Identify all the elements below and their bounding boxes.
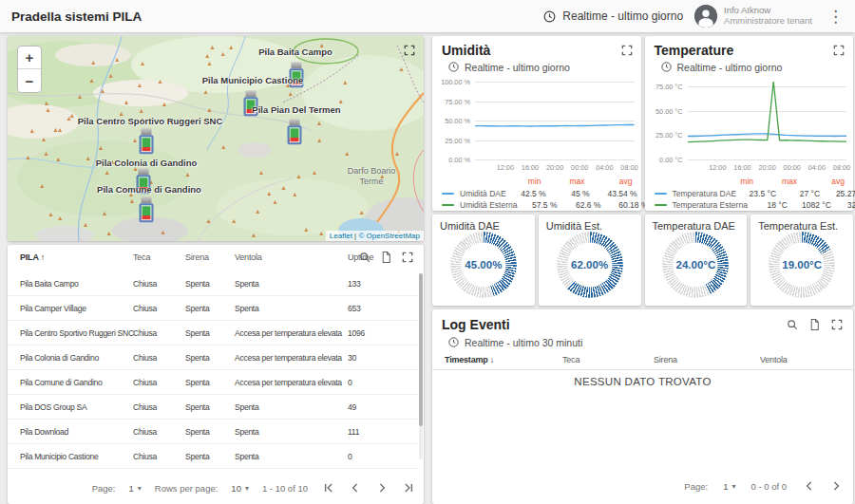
gauge-card: Umidità Est.62.00% <box>539 215 641 306</box>
gauge-value: 45.00% <box>465 259 502 271</box>
page-select[interactable]: 1▾ <box>723 481 735 492</box>
table-scrollbar[interactable] <box>419 273 423 459</box>
legend-series-row[interactable]: Umidità DAE42.5 %45 %43.54 % <box>442 188 633 200</box>
table-row[interactable]: Pila DOS Group SAChiusaSpentaSpenta49 <box>8 395 418 420</box>
legend-stat-header: max <box>753 177 797 186</box>
table-row[interactable]: Pila Colonia di GandinoChiusaSpentaAcces… <box>8 345 418 370</box>
column-header-ventola[interactable]: Ventola <box>760 355 788 364</box>
map-marker-label: Pila Baita Campo <box>258 47 332 57</box>
cell-ventola: Spenta <box>235 279 258 289</box>
rows-per-page-select[interactable]: 10▾ <box>231 483 249 494</box>
last-page-button[interactable] <box>401 480 416 495</box>
column-header-timestamp[interactable]: Timestamp ↓ <box>445 355 494 364</box>
map-marker-battery-icon[interactable] <box>140 128 154 154</box>
timewindow-button[interactable]: Realtime - ultimo giorno <box>447 61 570 73</box>
cell-sirena: Spenta <box>185 304 209 313</box>
osm-link[interactable]: © OpenStreetMap <box>358 232 420 240</box>
search-button[interactable] <box>786 318 799 331</box>
zoom-out-button[interactable]: − <box>18 69 41 92</box>
mountain-peak-icon: ▲ <box>287 90 294 97</box>
fullscreen-button[interactable] <box>830 318 844 331</box>
timewindow-button[interactable]: Realtime - ultimo giorno <box>542 9 683 24</box>
zoom-in-button[interactable]: + <box>18 47 41 69</box>
search-button[interactable] <box>358 251 371 264</box>
legend-series-row[interactable]: Temperatura DAE23.5 °C27 °C25.27 °C <box>655 188 846 200</box>
mountain-peak-icon: ▲ <box>231 217 238 224</box>
cell-teca: Chiusa <box>133 452 157 461</box>
column-header-teca[interactable]: Teca <box>562 355 580 364</box>
fullscreen-button[interactable] <box>401 251 414 264</box>
prev-page-button[interactable] <box>802 478 817 494</box>
table-row[interactable]: Pila DownloadChiusaSpentaSpenta111 <box>8 420 418 444</box>
cell-teca: Chiusa <box>133 402 157 412</box>
mountain-peak-icon: ▲ <box>105 230 112 236</box>
legend-stat-value: 23.5 °C <box>736 189 776 198</box>
cell-sirena: Spenta <box>185 427 209 437</box>
map-marker-battery-icon[interactable] <box>288 119 302 144</box>
table-row[interactable]: Pila Camper VillageChiusaSpentaSpenta653 <box>8 296 418 321</box>
series-line <box>688 82 847 142</box>
fullscreen-button[interactable] <box>403 44 416 57</box>
mountain-peak-icon: ▲ <box>140 60 146 66</box>
series-line <box>475 125 635 126</box>
top-bar: Pradella sistemi PILA Realtime - ultimo … <box>0 0 855 32</box>
page-select[interactable]: 1▾ <box>128 483 141 494</box>
empty-message: NESSUN DATO TROVATO <box>432 376 853 387</box>
mountain-peak-icon: ▲ <box>85 155 91 161</box>
mountain-peak-icon: ▲ <box>101 210 107 216</box>
timewindow-label: Realtime - ultimo giorno <box>562 9 683 23</box>
fullscreen-button[interactable] <box>832 44 846 57</box>
next-page-button[interactable] <box>374 480 390 495</box>
map-marker-battery-icon[interactable] <box>140 196 154 222</box>
table-row[interactable]: Pila Municipio CastioneChiusaSpentaSpent… <box>8 444 418 469</box>
column-header-teca[interactable]: Teca <box>133 252 150 262</box>
mountain-peak-icon: ▲ <box>48 211 54 217</box>
export-button[interactable] <box>808 318 821 331</box>
leaflet-link[interactable]: Leaflet <box>330 232 352 240</box>
legend-series-row[interactable]: Temperatura Esterna18 °C1082 °C32.83 °C <box>655 199 846 212</box>
column-header-pila[interactable]: PILA ↑ <box>20 252 45 262</box>
battery-cap <box>292 62 302 68</box>
column-header-ventola[interactable]: Ventola <box>235 252 262 262</box>
mountain-peak-icon: ▲ <box>137 82 143 88</box>
table-row[interactable]: Pila Baita CampoChiusaSpentaSpenta133 <box>8 271 418 296</box>
cell-ventola: Accesa per temperatura elevata <box>235 328 342 338</box>
chart-title: Temperature <box>655 43 734 58</box>
first-page-button[interactable] <box>321 480 336 495</box>
timewindow-button[interactable]: Realtime - ultimo giorno <box>660 61 783 73</box>
gauge-center: 45.00% <box>461 242 505 287</box>
timewindow-button[interactable]: Realtime - ultimo 30 minuti <box>447 336 582 348</box>
mountain-peak-icon: ▲ <box>97 144 104 151</box>
map-marker-label: Pila Comune di Gandino <box>97 184 201 195</box>
battery-body <box>140 135 154 154</box>
legend-series-row[interactable]: Umidità Esterna57.5 %62.6 %60.18 % <box>442 199 633 212</box>
legend-stat-header: min <box>502 177 542 186</box>
mountain-peak-icon: ▲ <box>209 44 216 50</box>
mountain-peak-icon: ▲ <box>202 88 209 95</box>
cell-uptime: 111 <box>348 427 359 437</box>
export-button[interactable] <box>380 251 392 264</box>
mountain-peak-icon: ▲ <box>104 169 110 176</box>
more-menu-button[interactable]: ⋮ <box>824 7 847 27</box>
mountain-peak-icon: ▲ <box>204 52 211 59</box>
cell-sirena: Spenta <box>185 402 209 412</box>
next-page-button[interactable] <box>828 478 844 494</box>
column-header-sirena[interactable]: Sirena <box>654 355 677 364</box>
pagination-range: 0 - 0 of 0 <box>751 481 788 492</box>
prev-page-button[interactable] <box>348 480 363 495</box>
table-row[interactable]: Pila Centro Sportivo Ruggeri SNCChiusaSp… <box>8 321 418 345</box>
legend-header: minmaxavg <box>655 176 846 188</box>
user-menu[interactable]: Info AIknow Amministratore tenant <box>694 5 812 28</box>
cell-teca: Chiusa <box>133 427 157 437</box>
fullscreen-button[interactable] <box>620 44 634 57</box>
column-header-sirena[interactable]: Sirena <box>185 252 209 262</box>
gauge-center: 24.00°C <box>674 242 718 287</box>
table-header-row: Timestamp ↓TecaSirenaVentola <box>432 353 853 370</box>
table-row[interactable]: Pila Comune di GandinoChiusaSpentaAccesa… <box>8 370 418 395</box>
mountain-peak-icon: ▲ <box>219 50 226 57</box>
scrollbar-thumb[interactable] <box>419 273 423 426</box>
mountain-peak-icon: ▲ <box>398 65 405 72</box>
x-axis-tick: 08:00 <box>620 163 637 172</box>
mountain-peak-icon: ▲ <box>57 215 64 221</box>
clock-icon <box>542 9 557 24</box>
